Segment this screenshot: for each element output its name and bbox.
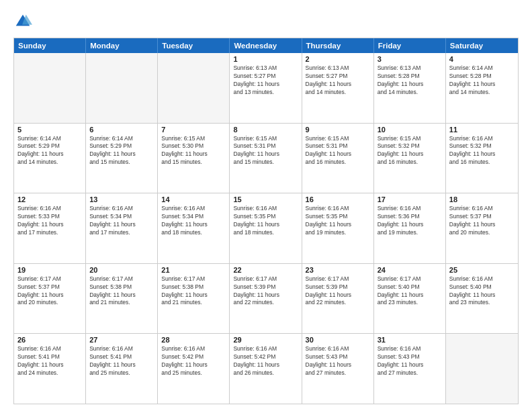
day-info: Sunrise: 6:13 AMSunset: 5:28 PMDaylight:… (378, 64, 442, 97)
day-number: 26 (17, 336, 82, 344)
day-info: Sunrise: 6:16 AMSunset: 5:43 PMDaylight:… (306, 345, 370, 377)
calendar-row: 26Sunrise: 6:16 AMSunset: 5:41 PMDayligh… (14, 333, 518, 404)
day-info: Sunrise: 6:16 AMSunset: 5:42 PMDaylight:… (233, 345, 298, 377)
calendar-header: SundayMondayTuesdayWednesdayThursdayFrid… (14, 38, 518, 53)
day-info: Sunrise: 6:16 AMSunset: 5:40 PMDaylight:… (449, 275, 515, 308)
logo-icon (13, 12, 32, 31)
day-number: 9 (306, 126, 370, 134)
day-info: Sunrise: 6:13 AMSunset: 5:27 PMDaylight:… (306, 64, 370, 97)
cal-cell-day: 5Sunrise: 6:14 AMSunset: 5:29 PMDaylight… (14, 124, 86, 193)
cal-cell-day: 22Sunrise: 6:17 AMSunset: 5:39 PMDayligh… (230, 264, 302, 334)
cal-cell-day: 31Sunrise: 6:16 AMSunset: 5:43 PMDayligh… (374, 334, 446, 404)
cal-header-day: Friday (374, 38, 446, 53)
cal-cell-day: 24Sunrise: 6:17 AMSunset: 5:40 PMDayligh… (374, 264, 446, 334)
day-number: 18 (449, 195, 515, 203)
day-info: Sunrise: 6:15 AMSunset: 5:32 PMDaylight:… (378, 135, 442, 167)
page: SundayMondayTuesdayWednesdayThursdayFrid… (0, 0, 532, 411)
cal-cell-empty (14, 53, 86, 123)
cal-cell-day: 23Sunrise: 6:17 AMSunset: 5:39 PMDayligh… (302, 264, 374, 334)
cal-cell-empty (86, 53, 158, 123)
cal-cell-day: 11Sunrise: 6:16 AMSunset: 5:32 PMDayligh… (446, 124, 518, 193)
calendar-row: 12Sunrise: 6:16 AMSunset: 5:33 PMDayligh… (14, 193, 518, 263)
day-number: 13 (89, 195, 154, 203)
day-number: 8 (233, 126, 298, 134)
calendar-row: 1Sunrise: 6:13 AMSunset: 5:27 PMDaylight… (14, 53, 518, 123)
cal-cell-empty (446, 334, 518, 404)
day-info: Sunrise: 6:16 AMSunset: 5:42 PMDaylight:… (161, 345, 226, 377)
cal-cell-day: 10Sunrise: 6:15 AMSunset: 5:32 PMDayligh… (374, 124, 446, 193)
cal-cell-day: 8Sunrise: 6:15 AMSunset: 5:31 PMDaylight… (230, 124, 302, 193)
day-number: 6 (89, 126, 154, 134)
day-info: Sunrise: 6:13 AMSunset: 5:27 PMDaylight:… (233, 64, 298, 97)
day-number: 4 (449, 55, 515, 63)
day-number: 27 (89, 336, 154, 344)
day-info: Sunrise: 6:14 AMSunset: 5:29 PMDaylight:… (89, 135, 154, 167)
day-info: Sunrise: 6:17 AMSunset: 5:39 PMDaylight:… (306, 275, 370, 308)
day-number: 29 (233, 336, 298, 344)
calendar-row: 5Sunrise: 6:14 AMSunset: 5:29 PMDaylight… (14, 123, 518, 193)
day-info: Sunrise: 6:17 AMSunset: 5:39 PMDaylight:… (233, 275, 298, 308)
cal-header-day: Monday (86, 38, 158, 53)
day-number: 16 (306, 195, 370, 203)
calendar-body: 1Sunrise: 6:13 AMSunset: 5:27 PMDaylight… (14, 53, 518, 404)
day-info: Sunrise: 6:16 AMSunset: 5:34 PMDaylight:… (89, 205, 154, 237)
cal-cell-day: 1Sunrise: 6:13 AMSunset: 5:27 PMDaylight… (230, 53, 302, 123)
calendar: SundayMondayTuesdayWednesdayThursdayFrid… (13, 38, 519, 404)
cal-cell-day: 13Sunrise: 6:16 AMSunset: 5:34 PMDayligh… (86, 193, 158, 263)
day-info: Sunrise: 6:16 AMSunset: 5:43 PMDaylight:… (378, 345, 442, 377)
day-number: 3 (378, 55, 442, 63)
day-number: 23 (306, 266, 370, 274)
day-info: Sunrise: 6:16 AMSunset: 5:41 PMDaylight:… (89, 345, 154, 377)
day-number: 10 (378, 126, 442, 134)
day-number: 30 (306, 336, 370, 344)
cal-cell-day: 28Sunrise: 6:16 AMSunset: 5:42 PMDayligh… (158, 334, 230, 404)
cal-header-day: Tuesday (158, 38, 230, 53)
cal-cell-day: 6Sunrise: 6:14 AMSunset: 5:29 PMDaylight… (86, 124, 158, 193)
day-number: 20 (89, 266, 154, 274)
logo (13, 12, 35, 31)
day-number: 21 (161, 266, 226, 274)
day-number: 7 (161, 126, 226, 134)
day-number: 28 (161, 336, 226, 344)
cal-cell-day: 21Sunrise: 6:17 AMSunset: 5:38 PMDayligh… (158, 264, 230, 334)
day-number: 22 (233, 266, 298, 274)
calendar-row: 19Sunrise: 6:17 AMSunset: 5:37 PMDayligh… (14, 263, 518, 334)
cal-header-day: Thursday (302, 38, 374, 53)
header (13, 12, 519, 31)
cal-cell-day: 25Sunrise: 6:16 AMSunset: 5:40 PMDayligh… (446, 264, 518, 334)
day-info: Sunrise: 6:15 AMSunset: 5:31 PMDaylight:… (306, 135, 370, 167)
day-number: 25 (449, 266, 515, 274)
day-info: Sunrise: 6:16 AMSunset: 5:33 PMDaylight:… (17, 205, 82, 237)
day-number: 2 (306, 55, 370, 63)
day-number: 17 (378, 195, 442, 203)
cal-cell-day: 14Sunrise: 6:16 AMSunset: 5:34 PMDayligh… (158, 193, 230, 263)
day-info: Sunrise: 6:15 AMSunset: 5:31 PMDaylight:… (233, 135, 298, 167)
cal-cell-day: 7Sunrise: 6:15 AMSunset: 5:30 PMDaylight… (158, 124, 230, 193)
cal-cell-day: 2Sunrise: 6:13 AMSunset: 5:27 PMDaylight… (302, 53, 374, 123)
day-number: 31 (378, 336, 442, 344)
day-info: Sunrise: 6:16 AMSunset: 5:32 PMDaylight:… (449, 135, 515, 167)
cal-cell-day: 9Sunrise: 6:15 AMSunset: 5:31 PMDaylight… (302, 124, 374, 193)
day-info: Sunrise: 6:17 AMSunset: 5:38 PMDaylight:… (161, 275, 226, 308)
cal-header-day: Wednesday (230, 38, 302, 53)
day-number: 15 (233, 195, 298, 203)
cal-cell-day: 27Sunrise: 6:16 AMSunset: 5:41 PMDayligh… (86, 334, 158, 404)
day-number: 19 (17, 266, 82, 274)
cal-cell-day: 19Sunrise: 6:17 AMSunset: 5:37 PMDayligh… (14, 264, 86, 334)
cal-cell-day: 29Sunrise: 6:16 AMSunset: 5:42 PMDayligh… (230, 334, 302, 404)
day-info: Sunrise: 6:14 AMSunset: 5:29 PMDaylight:… (17, 135, 82, 167)
cal-cell-day: 3Sunrise: 6:13 AMSunset: 5:28 PMDaylight… (374, 53, 446, 123)
day-info: Sunrise: 6:16 AMSunset: 5:34 PMDaylight:… (161, 205, 226, 237)
cal-cell-day: 16Sunrise: 6:16 AMSunset: 5:35 PMDayligh… (302, 193, 374, 263)
cal-cell-day: 4Sunrise: 6:14 AMSunset: 5:28 PMDaylight… (446, 53, 518, 123)
day-info: Sunrise: 6:16 AMSunset: 5:41 PMDaylight:… (17, 345, 82, 377)
day-info: Sunrise: 6:16 AMSunset: 5:35 PMDaylight:… (306, 205, 370, 237)
day-number: 11 (449, 126, 515, 134)
cal-cell-day: 12Sunrise: 6:16 AMSunset: 5:33 PMDayligh… (14, 193, 86, 263)
day-number: 1 (233, 55, 298, 63)
day-number: 14 (161, 195, 226, 203)
day-number: 5 (17, 126, 82, 134)
cal-cell-day: 26Sunrise: 6:16 AMSunset: 5:41 PMDayligh… (14, 334, 86, 404)
cal-header-day: Sunday (14, 38, 86, 53)
day-info: Sunrise: 6:16 AMSunset: 5:36 PMDaylight:… (378, 205, 442, 237)
